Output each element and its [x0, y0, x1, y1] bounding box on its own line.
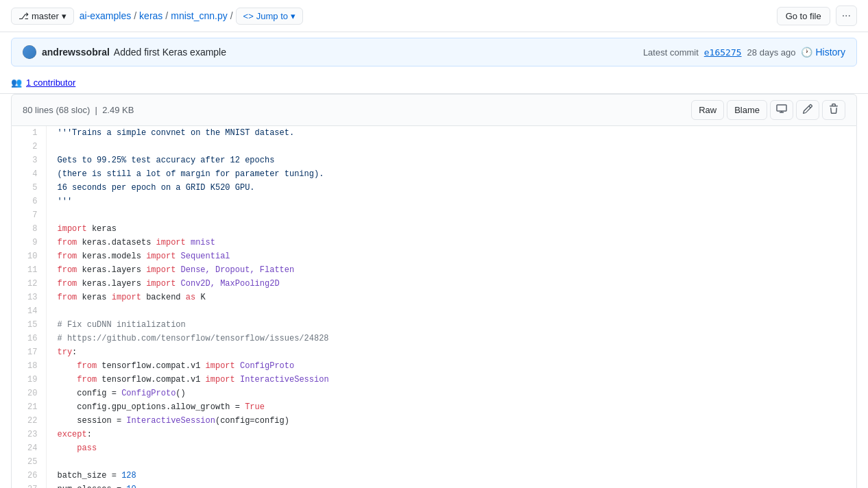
branch-label: master: [32, 11, 59, 21]
line-number[interactable]: 23: [12, 428, 46, 441]
line-content: pass: [46, 441, 856, 455]
line-content: except:: [46, 428, 856, 441]
table-row: 16# https://github.com/tensorflow/tensor…: [12, 332, 856, 345]
more-options-button[interactable]: ···: [836, 5, 857, 26]
line-number[interactable]: 25: [12, 455, 46, 469]
line-content: [46, 304, 856, 318]
line-number[interactable]: 19: [12, 373, 46, 387]
line-number[interactable]: 27: [12, 483, 46, 488]
history-button[interactable]: 🕐 History: [801, 47, 845, 58]
raw-button[interactable]: Raw: [691, 100, 724, 120]
line-content: from keras.datasets import mnist: [46, 236, 856, 249]
table-row: 7: [12, 208, 856, 222]
branch-icon: ⎇: [19, 11, 29, 21]
line-number[interactable]: 16: [12, 332, 46, 345]
line-content: try:: [46, 345, 856, 359]
line-number[interactable]: 11: [12, 263, 46, 277]
jump-to-label: Jump to: [256, 11, 288, 21]
svg-rect-0: [777, 105, 786, 111]
line-number[interactable]: 2: [12, 140, 46, 154]
line-content: # https://github.com/tensorflow/tensorfl…: [46, 332, 856, 345]
line-number[interactable]: 26: [12, 469, 46, 483]
chevron-down-icon-jump: ▾: [291, 11, 296, 21]
contributors-bar: 👥 1 contributor: [0, 72, 868, 94]
table-row: 14: [12, 304, 856, 318]
table-row: 10from keras.models import Sequential: [12, 249, 856, 263]
table-row: 18 from tensorflow.compat.v1 import Conf…: [12, 359, 856, 373]
commit-message: Added first Keras example: [114, 47, 226, 58]
delete-button[interactable]: [822, 100, 845, 120]
avatar: [23, 45, 36, 59]
line-number[interactable]: 5: [12, 181, 46, 195]
file-size: 2.49 KB: [102, 105, 134, 115]
line-content: session = InteractiveSession(config=conf…: [46, 414, 856, 428]
line-number[interactable]: 22: [12, 414, 46, 428]
commit-author[interactable]: andrewssobral: [42, 47, 110, 58]
table-row: 9from keras.datasets import mnist: [12, 236, 856, 249]
history-icon: 🕐: [801, 47, 812, 58]
table-row: 23except:: [12, 428, 856, 441]
line-content: num_classes = 10: [46, 483, 856, 488]
line-number[interactable]: 4: [12, 167, 46, 181]
line-content: config = ConfigProto(): [46, 387, 856, 400]
line-number[interactable]: 7: [12, 208, 46, 222]
line-number[interactable]: 18: [12, 359, 46, 373]
line-number[interactable]: 8: [12, 222, 46, 236]
table-row: 6''': [12, 195, 856, 208]
breadcrumb-keras[interactable]: keras: [139, 10, 162, 21]
table-row: 19 from tensorflow.compat.v1 import Inte…: [12, 373, 856, 387]
line-content: from keras.layers import Conv2D, MaxPool…: [46, 277, 856, 291]
file-stats: 80 lines (68 sloc) | 2.49 KB: [23, 105, 691, 115]
line-number[interactable]: 12: [12, 277, 46, 291]
line-content: Gets to 99.25% test accuracy after 12 ep…: [46, 154, 856, 167]
jump-to-button[interactable]: <> Jump to ▾: [236, 8, 303, 25]
line-number[interactable]: 6: [12, 195, 46, 208]
line-number[interactable]: 24: [12, 441, 46, 455]
go-to-file-button[interactable]: Go to file: [777, 7, 830, 25]
edit-button[interactable]: [796, 100, 819, 120]
delete-icon: [828, 106, 839, 117]
line-number[interactable]: 21: [12, 400, 46, 414]
table-row: 27num_classes = 10: [12, 483, 856, 488]
commit-sha[interactable]: e165275: [704, 47, 742, 58]
breadcrumb-ai-examples[interactable]: ai-examples: [80, 10, 131, 21]
line-content: (there is still a lot of margin for para…: [46, 167, 856, 181]
table-row: 4(there is still a lot of margin for par…: [12, 167, 856, 181]
table-row: 17try:: [12, 345, 856, 359]
history-label: History: [815, 47, 845, 58]
breadcrumb-sep-2: /: [165, 10, 168, 21]
table-row: 26batch_size = 128: [12, 469, 856, 483]
line-number[interactable]: 15: [12, 318, 46, 332]
line-number[interactable]: 9: [12, 236, 46, 249]
table-row: 2: [12, 140, 856, 154]
desktop-view-button[interactable]: [770, 100, 793, 120]
line-content: from keras.layers import Dense, Dropout,…: [46, 263, 856, 277]
line-number[interactable]: 17: [12, 345, 46, 359]
blame-button[interactable]: Blame: [727, 100, 767, 120]
line-content: from keras import backend as K: [46, 291, 856, 304]
line-number[interactable]: 20: [12, 387, 46, 400]
desktop-icon: [776, 106, 787, 117]
contributors-link[interactable]: 1 contributor: [26, 77, 75, 88]
branch-selector[interactable]: ⎇ master ▾: [11, 8, 74, 25]
edit-icon: [802, 106, 813, 117]
breadcrumb: ai-examples / keras / mnist_cnn.py / <> …: [80, 8, 303, 25]
contributors-icon: 👥: [11, 77, 22, 88]
line-number[interactable]: 14: [12, 304, 46, 318]
line-number[interactable]: 1: [12, 126, 46, 140]
line-content: 16 seconds per epoch on a GRID K520 GPU.: [46, 181, 856, 195]
table-row: 11from keras.layers import Dense, Dropou…: [12, 263, 856, 277]
breadcrumb-sep-1: /: [134, 10, 136, 21]
commit-meta: Latest commit e165275 28 days ago 🕐 Hist…: [643, 47, 845, 58]
contributors-text: 1 contributor: [26, 77, 75, 88]
line-content: '''Trains a simple convnet on the MNIST …: [46, 126, 856, 140]
line-content: ''': [46, 195, 856, 208]
breadcrumb-mnist-cnn[interactable]: mnist_cnn.py: [171, 10, 227, 21]
table-row: 25: [12, 455, 856, 469]
line-content: from keras.models import Sequential: [46, 249, 856, 263]
line-number[interactable]: 13: [12, 291, 46, 304]
table-row: 15# Fix cuDNN initialization: [12, 318, 856, 332]
line-number[interactable]: 10: [12, 249, 46, 263]
table-row: 3Gets to 99.25% test accuracy after 12 e…: [12, 154, 856, 167]
line-number[interactable]: 3: [12, 154, 46, 167]
